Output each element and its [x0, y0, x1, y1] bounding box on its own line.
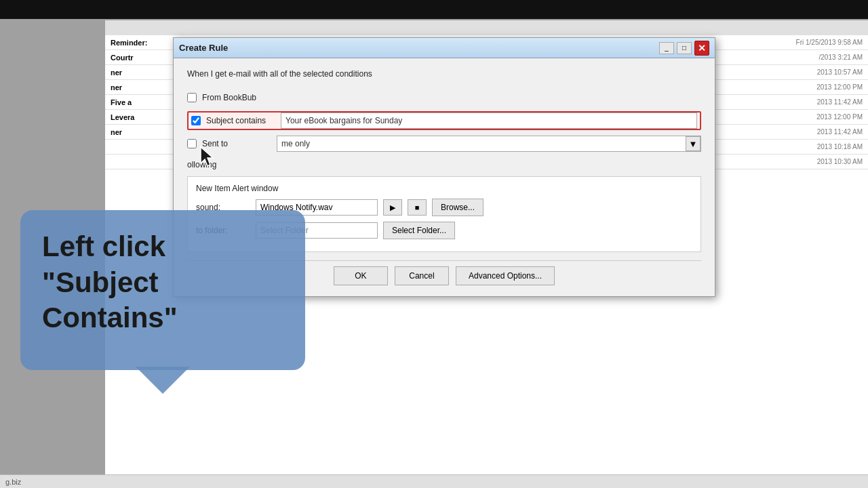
subject-contains-input[interactable]: [281, 113, 697, 129]
status-bar: g.biz: [0, 474, 868, 488]
play-button[interactable]: ▶: [383, 199, 402, 216]
tooltip-line1: Left click: [42, 229, 283, 265]
alert-window-label: New Item Alert window: [196, 184, 692, 193]
stop-button[interactable]: ■: [408, 199, 427, 216]
checkbox-from-bookbub[interactable]: [187, 93, 197, 102]
cancel-button[interactable]: Cancel: [395, 266, 449, 285]
select-folder-button[interactable]: Select Folder...: [383, 222, 455, 239]
tooltip-line2: "Subject: [42, 265, 283, 301]
tooltip-bubble: Left click "Subject Contains": [20, 210, 305, 370]
sent-to-dropdown[interactable]: me only ▼: [277, 136, 701, 152]
row5-date: 2013 11:42 AM: [754, 98, 863, 106]
sent-to-value: me only: [277, 139, 686, 148]
dialog-titlebar: Create Rule _ □ ✕: [174, 38, 715, 58]
tooltip-line3: Contains": [42, 300, 283, 336]
maximize-btn[interactable]: □: [677, 42, 692, 54]
row7-date: 2013 11:42 AM: [754, 128, 863, 136]
condition-from-bookbub: From BookBub: [187, 88, 701, 107]
advanced-options-button[interactable]: Advanced Options...: [456, 266, 555, 285]
condition-subject-contains[interactable]: Subject contains: [187, 111, 701, 130]
close-button[interactable]: ✕: [694, 41, 709, 56]
label-subject-contains: Subject contains: [206, 116, 281, 125]
ok-button[interactable]: OK: [334, 266, 388, 285]
checkbox-subject-contains[interactable]: [191, 116, 201, 125]
dialog-title: Create Rule: [179, 43, 228, 53]
minimize-btn[interactable]: _: [659, 42, 674, 54]
row8-date: 2013 10:18 AM: [754, 143, 863, 150]
dialog-instruction: When I get e-mail with all of the select…: [187, 69, 701, 79]
following-text: ollowing: [187, 160, 216, 169]
status-text: g.biz: [5, 478, 21, 486]
checkbox-sent-to[interactable]: [187, 139, 197, 148]
row6-date: 2013 12:00 PM: [754, 113, 863, 121]
row2-date: /2013 3:21 AM: [754, 54, 863, 61]
label-from-bookbub: From BookBub: [202, 93, 277, 102]
top-black-bar: [0, 0, 868, 19]
condition-sent-to: Sent to me only ▼: [187, 134, 701, 153]
row4-date: 2013 12:00 PM: [754, 83, 863, 91]
label-sent-to: Sent to: [202, 139, 277, 148]
following-label: ollowing: [187, 160, 701, 169]
row1-date: Fri 1/25/2013 9:58 AM: [754, 39, 863, 46]
browse-button[interactable]: Browse...: [432, 199, 484, 216]
conditions-section: From BookBub Subject contains Sent to me…: [187, 88, 701, 153]
row9-date: 2013 10:30 AM: [754, 158, 863, 165]
sent-to-dropdown-arrow[interactable]: ▼: [686, 136, 701, 151]
row3-date: 2013 10:57 AM: [754, 68, 863, 76]
